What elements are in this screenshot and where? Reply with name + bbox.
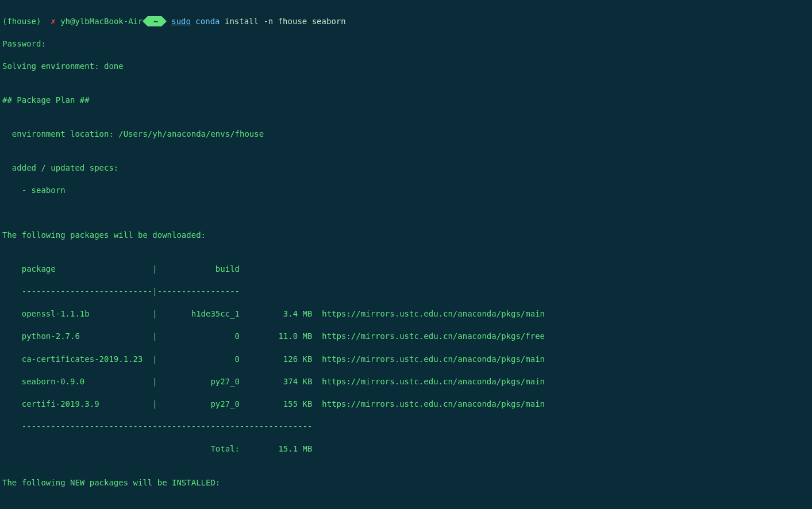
terminal-output[interactable]: (fhouse) ✗ yh@ylbMacBook-Air ~ sudo cond… [0, 0, 812, 509]
table-header: package | build [2, 264, 810, 275]
prompt-path-text: ~ [148, 16, 161, 26]
table-total: Total: 15.1 MB [2, 444, 810, 455]
prompt-path-segment: ~ [148, 16, 161, 28]
cmd-sudo: sudo [171, 17, 191, 26]
download-header: The following packages will be downloade… [2, 230, 810, 241]
output-line: Password: [2, 38, 810, 50]
prompt-userhost: yh@ylbMacBook-Air [60, 17, 143, 26]
cmd-args: install -n fhouse seaborn [225, 17, 346, 26]
prompt-env: (fhouse) [2, 17, 41, 26]
specs-header: added / updated specs: [2, 163, 810, 174]
table-row: seaborn-0.9.0 | py27_0 374 KB https://mi… [2, 376, 810, 388]
spec-item: - seaborn [2, 185, 810, 196]
cmd-conda: conda [195, 17, 220, 26]
table-row: ca-certificates-2019.1.23 | 0 126 KB htt… [2, 354, 810, 365]
table-separator: ---------------------------|------------… [2, 286, 810, 298]
prompt-status-icon: ✗ [51, 17, 55, 26]
new-packages-header: The following NEW packages will be INSTA… [2, 477, 810, 489]
table-row: python-2.7.6 | 0 11.0 MB https://mirrors… [2, 331, 810, 342]
env-location: environment location: /Users/yh/anaconda… [2, 129, 810, 140]
table-row: openssl-1.1.1b | h1de35cc_1 3.4 MB https… [2, 309, 810, 320]
table-separator: ----------------------------------------… [2, 421, 810, 433]
table-row: certifi-2019.3.9 | py27_0 155 KB https:/… [2, 399, 810, 410]
package-plan-header: ## Package Plan ## [2, 95, 810, 106]
prompt-line[interactable]: (fhouse) ✗ yh@ylbMacBook-Air ~ sudo cond… [2, 16, 810, 28]
output-line: Solving environment: done [2, 61, 810, 72]
